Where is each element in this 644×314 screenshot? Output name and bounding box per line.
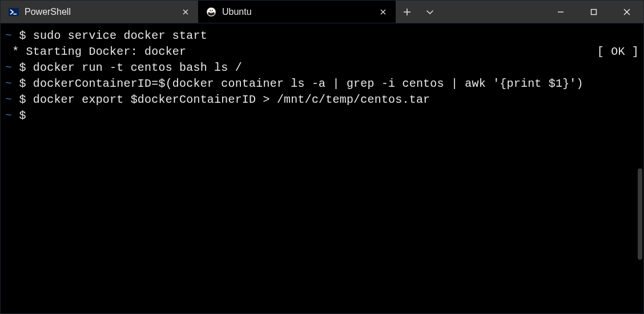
- tab-dropdown-button[interactable]: [418, 1, 441, 23]
- prompt-dollar: $: [19, 93, 26, 106]
- prompt-tilde: ~: [5, 77, 12, 90]
- powershell-icon: [9, 7, 19, 17]
- output-line: * Starting Docker: docker[ OK ]: [5, 44, 639, 60]
- command-text: sudo service docker start: [33, 29, 207, 42]
- session-file: ~ $ sudo service docker start * Starting…: [5, 28, 639, 124]
- ubuntu-icon: [206, 7, 216, 17]
- prompt-line: ~ $ dockerContainerID=$(docker container…: [5, 76, 639, 92]
- prompt-tilde: ~: [5, 61, 12, 74]
- prompt-line: ~ $ docker run -t centos bash ls /: [5, 60, 639, 76]
- tab-close-button[interactable]: [377, 6, 389, 18]
- svg-point-7: [208, 8, 214, 13]
- tab-powershell[interactable]: PowerShell: [1, 1, 198, 23]
- svg-point-8: [210, 10, 211, 11]
- command-text: docker run -t centos bash ls /: [33, 61, 242, 74]
- status-ok: [ OK ]: [597, 44, 639, 60]
- tab-close-button[interactable]: [180, 6, 191, 18]
- prompt-dollar: $: [19, 77, 26, 90]
- window-maximize-button[interactable]: [577, 1, 610, 23]
- command-text: docker export $dockerContainerID > /mnt/…: [33, 93, 430, 106]
- prompt-dollar: $: [19, 109, 26, 122]
- prompt-dollar: $: [19, 29, 26, 42]
- window-minimize-button[interactable]: [544, 1, 577, 23]
- output-message: * Starting Docker: docker: [5, 44, 597, 60]
- terminal-window: PowerShell Ubun: [0, 0, 644, 314]
- prompt-tilde: ~: [5, 29, 12, 42]
- prompt-line: ~ $ sudo service docker start: [5, 28, 639, 44]
- prompt-tilde: ~: [5, 93, 12, 106]
- prompt-line: ~ $ docker export $dockerContainerID > /…: [5, 92, 639, 108]
- prompt-line: ~ $: [5, 108, 639, 124]
- terminal-output[interactable]: ~ $ sudo service docker start * Starting…: [1, 23, 643, 313]
- tab-title: PowerShell: [25, 7, 174, 17]
- command-text: dockerContainerID=$(docker container ls …: [33, 77, 583, 90]
- prompt-dollar: $: [19, 61, 26, 74]
- prompt-tilde: ~: [5, 109, 12, 122]
- titlebar-drag-area[interactable]: [441, 1, 544, 23]
- new-tab-button[interactable]: [396, 1, 418, 23]
- scrollbar-thumb[interactable]: [638, 168, 642, 260]
- tab-title: Ubuntu: [222, 7, 372, 17]
- svg-point-9: [212, 10, 213, 11]
- svg-point-10: [211, 11, 212, 12]
- svg-rect-16: [591, 9, 597, 14]
- window-close-button[interactable]: [610, 1, 643, 23]
- tab-ubuntu[interactable]: Ubuntu: [198, 1, 396, 23]
- title-bar: PowerShell Ubun: [1, 1, 643, 23]
